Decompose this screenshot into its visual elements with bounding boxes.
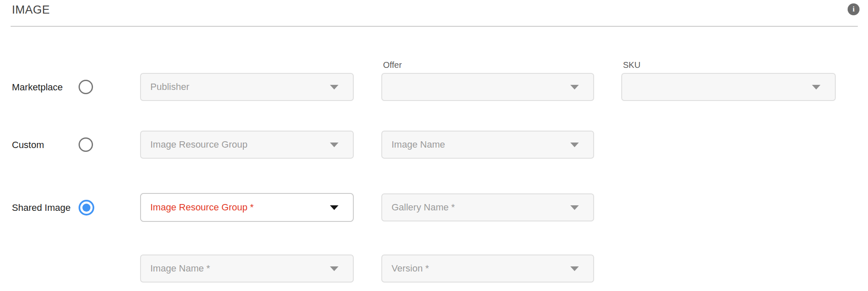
gallery-name-placeholder: Gallery Name * (392, 202, 455, 213)
version-placeholder: Version * (392, 263, 429, 274)
info-icon[interactable]: i (848, 3, 860, 15)
custom-radio[interactable] (79, 137, 93, 152)
shared-image-resource-group-placeholder: Image Resource Group * (150, 202, 254, 213)
chevron-down-icon (570, 85, 579, 90)
sku-dropdown[interactable] (621, 73, 836, 101)
gallery-name-dropdown[interactable]: Gallery Name * (381, 193, 594, 221)
custom-label: Custom (12, 139, 44, 151)
marketplace-label: Marketplace (12, 81, 63, 93)
chevron-down-icon (330, 205, 338, 210)
section-divider (11, 26, 858, 27)
offer-label: Offer (383, 60, 402, 70)
chevron-down-icon (330, 143, 338, 147)
chevron-down-icon (570, 143, 579, 147)
shared-image-label: Shared Image (12, 202, 70, 214)
custom-image-name-placeholder: Image Name (392, 139, 445, 150)
publisher-placeholder: Publisher (150, 81, 189, 92)
marketplace-radio[interactable] (79, 80, 93, 94)
shared-image-name-dropdown[interactable]: Image Name * (140, 255, 354, 283)
chevron-down-icon (330, 85, 338, 90)
offer-dropdown[interactable] (381, 73, 594, 101)
shared-image-resource-group-dropdown[interactable]: Image Resource Group * (140, 193, 354, 222)
page-title: IMAGE (12, 3, 50, 17)
chevron-down-icon (330, 266, 338, 271)
custom-image-resource-group-placeholder: Image Resource Group (150, 139, 248, 150)
shared-image-name-placeholder: Image Name * (150, 263, 210, 274)
chevron-down-icon (812, 85, 820, 90)
custom-image-resource-group-dropdown[interactable]: Image Resource Group (140, 131, 354, 159)
publisher-dropdown[interactable]: Publisher (140, 73, 354, 101)
sku-label: SKU (623, 60, 640, 70)
custom-image-name-dropdown[interactable]: Image Name (381, 131, 594, 159)
chevron-down-icon (570, 266, 579, 271)
radio-dot (82, 204, 90, 212)
image-section: IMAGE i Marketplace Publisher Offer SKU … (0, 0, 868, 291)
chevron-down-icon (570, 205, 579, 210)
shared-image-radio[interactable] (79, 200, 94, 215)
version-dropdown[interactable]: Version * (381, 255, 594, 283)
